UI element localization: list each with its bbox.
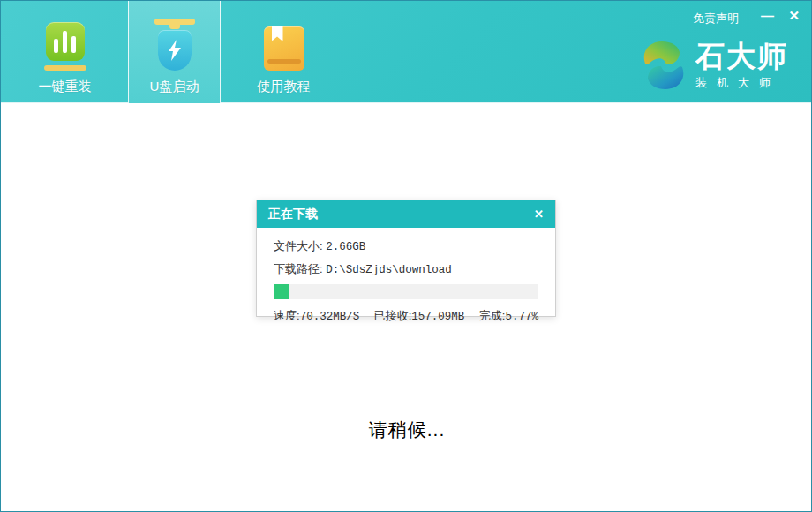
dialog-title: 正在下载 <box>268 207 318 222</box>
app-logo: 石大师 装机大师 <box>641 40 788 91</box>
download-path-value: D:\SdsZjds\download <box>326 264 452 276</box>
header-bar: 一键重装 U盘启动 使用教程 <box>1 1 812 103</box>
file-size-value: 2.66GB <box>326 241 365 253</box>
please-wait-text: 请稍候... <box>1 418 812 442</box>
logo-mark-icon <box>641 40 687 91</box>
usb-drive-icon <box>154 16 195 71</box>
received-value: 157.09MB <box>411 311 464 323</box>
download-dialog: 正在下载 ✕ 文件大小: 2.66GB 下载路径: D:\SdsZjds\dow… <box>256 200 556 317</box>
book-icon <box>264 16 304 71</box>
tab-tutorial[interactable]: 使用教程 <box>237 1 330 103</box>
file-size-label: 文件大小: <box>274 239 323 252</box>
download-path-row: 下载路径: D:\SdsZjds\download <box>274 261 538 277</box>
progress-bar-fill <box>274 284 289 299</box>
tab-label: 使用教程 <box>258 79 311 95</box>
minimize-icon[interactable]: — <box>761 8 774 24</box>
completed-stat: 完成:5.77% <box>479 308 538 324</box>
disclaimer-link[interactable]: 免责声明 <box>693 11 739 26</box>
logo-title: 石大师 <box>695 41 788 72</box>
completed-value: 5.77% <box>505 311 538 323</box>
download-dialog-body: 文件大小: 2.66GB 下载路径: D:\SdsZjds\download 速… <box>257 228 555 324</box>
lightning-bolt-icon <box>168 40 182 61</box>
download-path-label: 下载路径: <box>274 262 323 275</box>
tab-label: 一键重装 <box>39 79 92 95</box>
close-icon[interactable]: ✕ <box>788 8 800 24</box>
tab-one-click-reinstall[interactable]: 一键重装 <box>19 1 111 103</box>
logo-subtitle: 装机大师 <box>695 75 788 91</box>
speed-stat: 速度:70.32MB/S <box>274 308 359 324</box>
file-size-row: 文件大小: 2.66GB <box>274 238 538 254</box>
tab-bar: 一键重装 U盘启动 使用教程 <box>19 1 330 103</box>
received-stat: 已接收:157.09MB <box>374 308 465 324</box>
download-dialog-titlebar: 正在下载 ✕ <box>257 200 555 228</box>
completed-label: 完成: <box>479 309 506 322</box>
progress-bar-track <box>274 284 538 299</box>
dialog-close-icon[interactable]: ✕ <box>534 207 544 221</box>
tab-label: U盘启动 <box>150 79 199 95</box>
speed-value: 70.32MB/S <box>300 311 360 323</box>
chart-icon <box>44 16 86 71</box>
speed-label: 速度: <box>274 309 300 322</box>
tab-usb-boot[interactable]: U盘启动 <box>128 1 221 103</box>
download-stats-row: 速度:70.32MB/S 已接收:157.09MB 完成:5.77% <box>274 308 538 324</box>
received-label: 已接收: <box>374 309 412 322</box>
